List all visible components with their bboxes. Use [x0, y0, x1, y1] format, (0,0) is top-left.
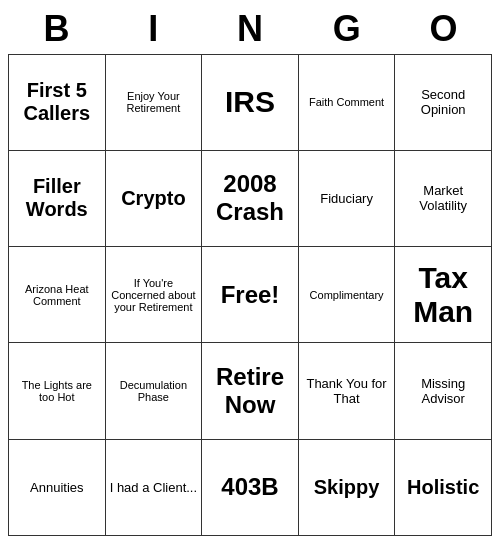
- bingo-title-row: BINGO: [8, 8, 492, 50]
- grid-row-1: Filler WordsCrypto2008 CrashFiduciaryMar…: [9, 150, 492, 246]
- grid-cell-0-0: First 5 Callers: [9, 54, 106, 150]
- grid-cell-4-0: Annuities: [9, 439, 106, 535]
- grid-row-3: The Lights are too HotDecumulation Phase…: [9, 343, 492, 439]
- grid-cell-1-4: Market Volatility: [395, 150, 492, 246]
- grid-cell-2-3: Complimentary: [298, 247, 395, 343]
- bingo-letter-N: N: [202, 8, 299, 50]
- grid-cell-4-1: I had a Client...: [105, 439, 202, 535]
- grid-cell-2-4: Tax Man: [395, 247, 492, 343]
- grid-cell-0-2: IRS: [202, 54, 299, 150]
- grid-cell-3-1: Decumulation Phase: [105, 343, 202, 439]
- bingo-letter-I: I: [105, 8, 202, 50]
- grid-cell-1-2: 2008 Crash: [202, 150, 299, 246]
- bingo-letter-B: B: [8, 8, 105, 50]
- grid-cell-0-1: Enjoy Your Retirement: [105, 54, 202, 150]
- grid-cell-1-3: Fiduciary: [298, 150, 395, 246]
- grid-cell-0-3: Faith Comment: [298, 54, 395, 150]
- bingo-letter-G: G: [298, 8, 395, 50]
- grid-cell-4-2: 403B: [202, 439, 299, 535]
- grid-cell-2-1: If You're Concerned about your Retiremen…: [105, 247, 202, 343]
- grid-cell-4-3: Skippy: [298, 439, 395, 535]
- grid-cell-0-4: Second Opinion: [395, 54, 492, 150]
- grid-row-2: Arizona Heat CommentIf You're Concerned …: [9, 247, 492, 343]
- grid-cell-3-3: Thank You for That: [298, 343, 395, 439]
- grid-cell-4-4: Holistic: [395, 439, 492, 535]
- grid-cell-3-4: Missing Advisor: [395, 343, 492, 439]
- grid-cell-1-1: Crypto: [105, 150, 202, 246]
- grid-cell-1-0: Filler Words: [9, 150, 106, 246]
- grid-row-0: First 5 CallersEnjoy Your RetirementIRSF…: [9, 54, 492, 150]
- grid-cell-3-0: The Lights are too Hot: [9, 343, 106, 439]
- grid-cell-2-0: Arizona Heat Comment: [9, 247, 106, 343]
- grid-cell-3-2: Retire Now: [202, 343, 299, 439]
- bingo-letter-O: O: [395, 8, 492, 50]
- grid-cell-2-2: Free!: [202, 247, 299, 343]
- bingo-grid: First 5 CallersEnjoy Your RetirementIRSF…: [8, 54, 492, 536]
- grid-row-4: AnnuitiesI had a Client...403BSkippyHoli…: [9, 439, 492, 535]
